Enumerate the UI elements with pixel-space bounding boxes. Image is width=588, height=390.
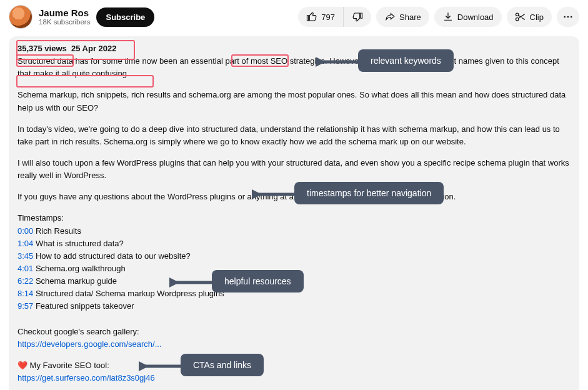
timestamp-row: 0:00 Rich Results: [17, 225, 571, 238]
timestamp-link[interactable]: 3:45: [17, 251, 33, 261]
svg-point-0: [564, 16, 566, 18]
timestamp-row: 1:04 What is structured data?: [17, 238, 571, 250]
timestamp-label: Featured snippets takeover: [33, 301, 134, 311]
svg-point-2: [571, 16, 572, 18]
share-label: Share: [399, 12, 421, 22]
resource-fav-label: ❤️ My Favorite SEO tool:: [17, 359, 571, 372]
svg-point-1: [567, 16, 569, 18]
timestamp-label: How to add structured data to our websit…: [33, 251, 190, 261]
description-para-5: If you guys have any questions about the…: [17, 191, 571, 203]
resource-google-label: Checkout google's search gallery:: [17, 326, 571, 338]
timestamp-link[interactable]: 8:14: [17, 289, 33, 298]
timestamp-row: 3:45 How to add structured data to our w…: [17, 250, 571, 262]
resource-google-link[interactable]: https://developers.google.com/search/...: [17, 339, 162, 349]
like-count: 797: [321, 12, 335, 22]
description-para-1: Structured data has for some time now be…: [17, 55, 571, 80]
timestamp-label: Structured data/ Schema markup Wordpress…: [33, 289, 224, 298]
timestamp-link[interactable]: 0:00: [17, 226, 33, 236]
video-meta: 35,375 views 25 Apr 2022: [17, 42, 571, 55]
channel-header: Jaume Ros 18K subscribers Subscribe 797 …: [9, 5, 579, 29]
description-para-3: In today's video, we're going to do a de…: [17, 123, 571, 148]
description-para-2: Schema markup, rich snippets, rich resul…: [17, 89, 571, 114]
channel-subscribers: 18K subscribers: [39, 18, 90, 26]
timestamp-row: 4:01 Schema.org walkthrough: [17, 262, 571, 275]
timestamp-row: 8:14 Structured data/ Schema markup Word…: [17, 288, 571, 300]
timestamp-row: 6:22 Schema markup guide: [17, 275, 571, 288]
timestamp-label: Schema markup guide: [33, 276, 117, 286]
video-actions: 797 Share Download Clip: [298, 7, 579, 27]
timestamp-link[interactable]: 1:04: [17, 239, 33, 248]
download-label: Download: [457, 12, 494, 22]
share-icon: [384, 11, 396, 22]
thumbs-up-icon: [306, 11, 317, 22]
download-button[interactable]: Download: [434, 7, 502, 27]
timestamp-label: What is structured data?: [33, 239, 124, 248]
timestamp-link[interactable]: 9:57: [17, 301, 33, 311]
scissors-icon: [515, 11, 526, 22]
description-para-4: I will also touch upon a few WordPress p…: [17, 157, 571, 182]
timestamps-list: 0:00 Rich Results1:04 What is structured…: [17, 225, 571, 313]
more-actions-button[interactable]: [557, 7, 579, 27]
download-icon: [442, 11, 454, 22]
video-description[interactable]: 35,375 views 25 Apr 2022 Structured data…: [9, 36, 579, 390]
dislike-button[interactable]: [343, 7, 371, 27]
ellipsis-icon: [562, 11, 574, 22]
timestamp-label: Schema.org walkthrough: [33, 264, 125, 273]
resource-fav-link[interactable]: https://get.surferseo.com/iat8z3s0gj46: [17, 373, 155, 382]
timestamp-link[interactable]: 6:22: [17, 276, 33, 286]
timestamps-heading: Timestamps:: [17, 212, 571, 224]
timestamp-row: 9:57 Featured snippets takeover: [17, 300, 571, 312]
timestamp-label: Rich Results: [33, 226, 81, 236]
subscribe-button[interactable]: Subscribe: [96, 8, 154, 27]
like-button[interactable]: 797: [298, 7, 343, 27]
clip-button[interactable]: Clip: [507, 7, 552, 27]
thumbs-down-icon: [352, 11, 363, 22]
channel-name[interactable]: Jaume Ros: [39, 8, 90, 19]
upload-date: 25 Apr 2022: [71, 44, 117, 53]
clip-label: Clip: [530, 12, 544, 22]
timestamp-link[interactable]: 4:01: [17, 264, 33, 273]
channel-avatar[interactable]: [9, 5, 32, 29]
view-count: 35,375 views: [17, 44, 67, 53]
share-button[interactable]: Share: [376, 7, 429, 27]
